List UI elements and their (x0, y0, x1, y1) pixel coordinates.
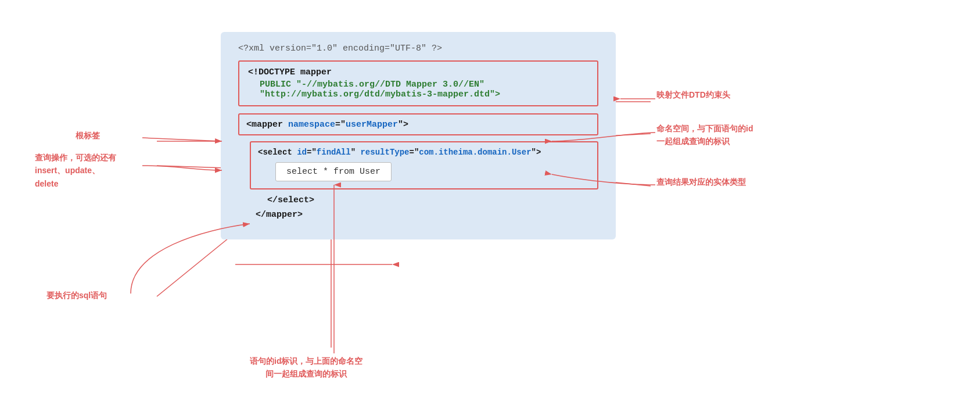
select-open-box: <select id="findAll" resultType="com.ith… (250, 141, 598, 189)
annotation-result-type: 查询结果对应的实体类型 (656, 177, 746, 188)
annotation-query-ops: 查询操作，可选的还有 insert、update、 delete (35, 151, 116, 190)
select-tag: <select id="findAll" resultType="com.ith… (258, 148, 541, 157)
annotation-root-tag: 根标签 (76, 131, 100, 141)
sql-tooltip: select * from User (275, 162, 392, 181)
doctype-line2: PUBLIC "-//mybatis.org//DTD Mapper 3.0//… (248, 80, 588, 90)
doctype-box: <!DOCTYPE mapper PUBLIC "-//mybatis.org/… (238, 60, 598, 106)
doctype-line1: <!DOCTYPE mapper (248, 67, 588, 77)
mapper-open-box: <mapper namespace="userMapper"> (238, 113, 598, 135)
doctype-line3: "http://mybatis.org/dtd/mybatis-3-mapper… (248, 90, 588, 99)
xml-declaration: <?xml version="1.0" encoding="UTF-8" ?> (238, 44, 598, 53)
annotation-dtd: 映射文件DTD约束头 (656, 90, 730, 101)
mapper-tag: <mapper namespace="userMapper"> (246, 120, 408, 130)
mapper-close-tag: </mapper> (238, 208, 598, 222)
annotation-sql-stmt: 要执行的sql语句 (46, 291, 107, 301)
select-close-tag: </select> (238, 193, 598, 208)
annotation-id-label: 语句的id标识，与上面的命名空 间一起组成查询的标识 (250, 355, 362, 381)
annotation-namespace: 命名空间，与下面语句的id 一起组成查询的标识 (656, 122, 753, 148)
